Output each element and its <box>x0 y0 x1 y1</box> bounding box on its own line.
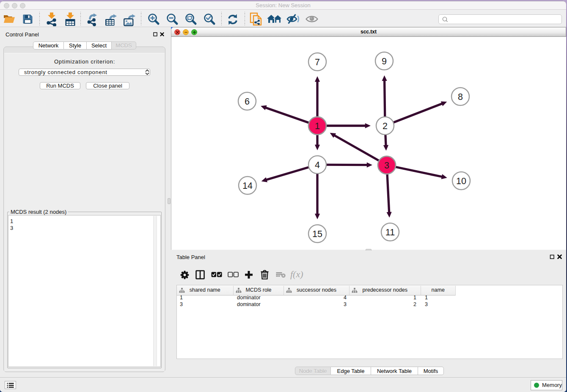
svg-text:11: 11 <box>385 227 395 237</box>
svg-text:1: 1 <box>315 121 320 131</box>
svg-text:2: 2 <box>383 121 388 131</box>
svg-text:4: 4 <box>315 160 320 170</box>
svg-text:8: 8 <box>458 92 463 102</box>
svg-text:9: 9 <box>382 56 387 66</box>
svg-text:10: 10 <box>456 176 466 186</box>
svg-text:14: 14 <box>242 181 253 191</box>
svg-text:15: 15 <box>312 229 322 239</box>
svg-text:7: 7 <box>315 57 320 67</box>
svg-text:3: 3 <box>384 160 389 171</box>
svg-text:6: 6 <box>245 97 250 107</box>
